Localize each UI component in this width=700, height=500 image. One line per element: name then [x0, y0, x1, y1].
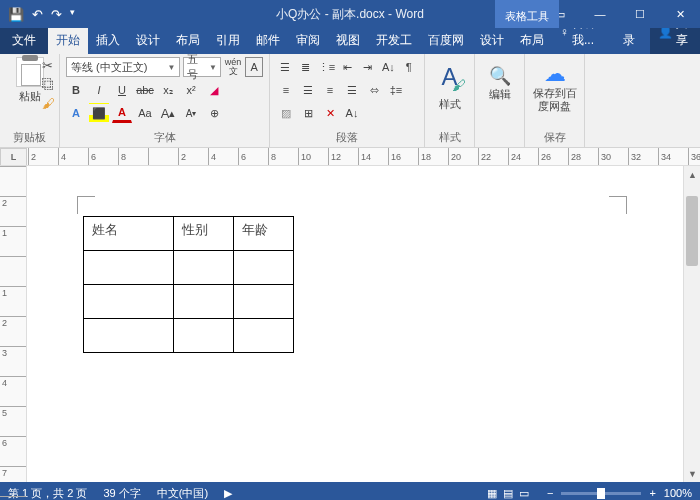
save-icon[interactable]: 💾 [8, 7, 24, 22]
styles-group-label: 样式 [439, 130, 461, 145]
clipboard-group-label: 剪贴板 [6, 130, 53, 145]
enclose-char-icon[interactable]: ⊕ [204, 103, 224, 123]
underline-icon[interactable]: U [112, 80, 132, 100]
table-row [84, 251, 294, 285]
baidu-cloud-icon[interactable]: ☁ [544, 61, 566, 87]
tab-review[interactable]: 审阅 [288, 27, 328, 54]
font-size-select[interactable]: 五号▼ [183, 57, 221, 77]
text-effects-icon[interactable]: A [66, 103, 86, 123]
language-status[interactable]: 中文(中国) [157, 486, 208, 501]
zoom-in-icon[interactable]: + [649, 487, 655, 499]
table-cell[interactable]: 姓名 [84, 217, 174, 251]
tab-insert[interactable]: 插入 [88, 27, 128, 54]
window-title: 小Q办公 - 副本.docx - Word [276, 6, 424, 23]
table-cell[interactable]: 性别 [174, 217, 234, 251]
superscript-icon[interactable]: x² [181, 80, 201, 100]
ruler-corner[interactable]: L [0, 148, 27, 166]
web-layout-icon[interactable]: ▭ [519, 487, 529, 500]
table-row [84, 285, 294, 319]
show-marks-icon[interactable]: ¶ [400, 57, 418, 77]
table-row: 姓名 性别 年龄 [84, 217, 294, 251]
tab-file[interactable]: 文件 [0, 27, 48, 54]
font-group-label: 字体 [66, 130, 263, 145]
zoom-slider[interactable] [561, 492, 641, 495]
grow-font-icon[interactable]: A▴ [158, 103, 178, 123]
redo-icon[interactable]: ↷ [51, 7, 62, 22]
align-right-icon[interactable]: ≡ [320, 80, 340, 100]
scroll-thumb[interactable] [686, 196, 698, 266]
para-group-label: 段落 [276, 130, 418, 145]
line-spacing-icon[interactable]: ‡≡ [386, 80, 406, 100]
sort-icon[interactable]: A↓ [379, 57, 397, 77]
tab-mailings[interactable]: 邮件 [248, 27, 288, 54]
bold-icon[interactable]: B [66, 80, 86, 100]
copy-icon[interactable]: ⿻ [42, 77, 55, 92]
increase-indent-icon[interactable]: ⇥ [359, 57, 377, 77]
tab-baidu[interactable]: 百度网 [420, 27, 472, 54]
clipboard-icon [16, 57, 44, 87]
minimize-icon[interactable]: — [580, 0, 620, 28]
zoom-level[interactable]: 100% [664, 487, 692, 499]
borders-icon[interactable]: ⊞ [298, 103, 318, 123]
distributed-icon[interactable]: ⬄ [364, 80, 384, 100]
align-left-icon[interactable]: ≡ [276, 80, 296, 100]
vertical-ruler[interactable]: 2112345678 [0, 166, 27, 482]
char-shading-icon[interactable]: Aa [135, 103, 155, 123]
multilevel-icon[interactable]: ⋮≡ [317, 57, 336, 77]
subscript-icon[interactable]: x₂ [158, 80, 178, 100]
cut-icon[interactable]: ✂ [42, 58, 55, 73]
font-color-icon[interactable]: A [112, 103, 132, 123]
tab-design[interactable]: 设计 [128, 27, 168, 54]
edit-button[interactable]: 编辑 [489, 87, 511, 102]
horizontal-ruler[interactable]: L 24682468101214161820222426283032343638… [0, 148, 700, 166]
numbering-icon[interactable]: ≣ [296, 57, 314, 77]
zoom-out-icon[interactable]: − [547, 487, 553, 499]
strikethrough-icon[interactable]: abc [135, 80, 155, 100]
format-painter-icon[interactable]: 🖌 [42, 96, 55, 111]
margin-marker-tl [77, 196, 95, 214]
maximize-icon[interactable]: ☐ [620, 0, 660, 28]
qat-more-icon[interactable]: ▾ [70, 7, 75, 22]
tab-home[interactable]: 开始 [48, 27, 88, 54]
macro-status[interactable]: ▶ [224, 487, 232, 500]
close-icon[interactable]: ✕ [660, 0, 700, 28]
tab-table-design[interactable]: 设计 [472, 27, 512, 54]
shrink-font-icon[interactable]: A▾ [181, 103, 201, 123]
document-table[interactable]: 姓名 性别 年龄 [83, 216, 294, 353]
bullets-icon[interactable]: ☰ [276, 57, 294, 77]
word-count[interactable]: 39 个字 [103, 486, 140, 501]
align-justify-icon[interactable]: ☰ [342, 80, 362, 100]
document-canvas[interactable]: 姓名 性别 年龄 [27, 166, 683, 482]
char-border-icon[interactable]: A [245, 57, 263, 77]
highlight-icon[interactable]: ⬛ [89, 103, 109, 123]
find-icon[interactable]: 🔍 [489, 65, 511, 87]
table-tools-label: 表格工具 [495, 0, 559, 28]
table-cell[interactable]: 年龄 [234, 217, 294, 251]
styles-icon[interactable]: A🖌 [436, 57, 464, 97]
styles-button[interactable]: 样式 [439, 97, 461, 112]
para-sort-icon[interactable]: A↓ [342, 103, 362, 123]
tab-developer[interactable]: 开发工 [368, 27, 420, 54]
scroll-up-icon[interactable]: ▲ [684, 166, 700, 183]
save-baidu-button[interactable]: 保存到百度网盘 [531, 87, 578, 113]
undo-icon[interactable]: ↶ [32, 7, 43, 22]
tab-references[interactable]: 引用 [208, 27, 248, 54]
font-name-select[interactable]: 等线 (中文正文)▼ [66, 57, 180, 77]
tab-table-layout[interactable]: 布局 [512, 27, 552, 54]
phonetic-guide-icon[interactable]: wén文 [224, 57, 243, 77]
italic-icon[interactable]: I [89, 80, 109, 100]
margin-marker-tr [609, 196, 627, 214]
align-center-icon[interactable]: ☰ [298, 80, 318, 100]
print-layout-icon[interactable]: ▤ [503, 487, 513, 500]
tab-view[interactable]: 视图 [328, 27, 368, 54]
shading-icon[interactable]: ▨ [276, 103, 296, 123]
clear-format-icon[interactable]: ◢ [204, 80, 224, 100]
decrease-indent-icon[interactable]: ⇤ [338, 57, 356, 77]
scroll-down-icon[interactable]: ▼ [684, 465, 700, 482]
save-group-label: 保存 [544, 130, 566, 145]
asian-layout-icon[interactable]: ✕ [320, 103, 340, 123]
tab-layout[interactable]: 布局 [168, 27, 208, 54]
vertical-scrollbar[interactable]: ▲ ▼ [683, 166, 700, 482]
table-row [84, 319, 294, 353]
read-mode-icon[interactable]: ▦ [487, 487, 497, 500]
